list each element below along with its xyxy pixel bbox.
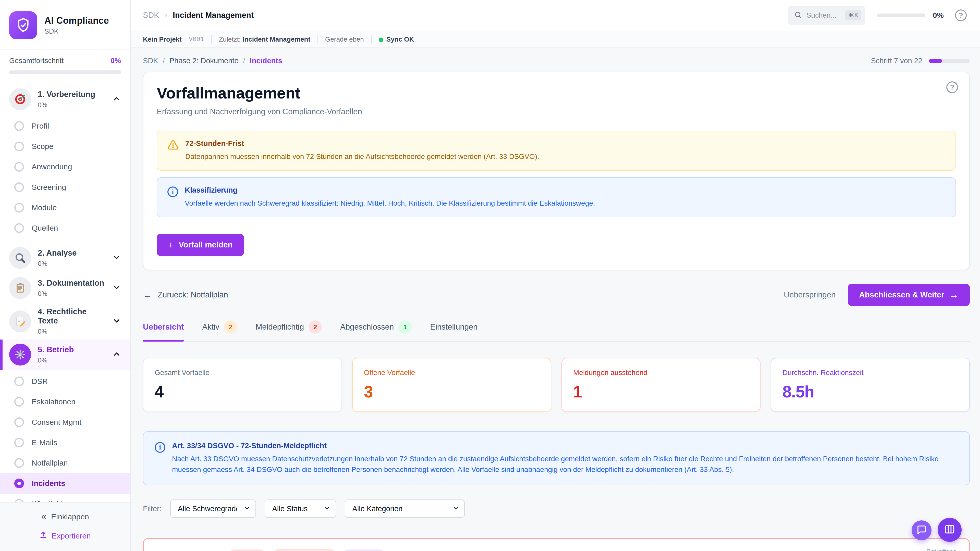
panel-help-icon[interactable]: ? <box>946 81 958 93</box>
sidebar-item-eskalationen[interactable]: Eskalationen <box>0 392 130 412</box>
sidebar-item-screening[interactable]: Screening <box>0 177 130 197</box>
stat-cards: Gesamt Vorfaelle 4 Offene Vorfaelle 3 Me… <box>143 358 970 412</box>
incident-card[interactable]: INC-2026-000003 Kritisch Ransomware Geme… <box>143 538 970 551</box>
incident-metric: Betroffene 2.500 15.2.2026 <box>925 548 957 551</box>
stat-card-total: Gesamt Vorfaelle 4 <box>143 358 342 412</box>
sidebar-item-quellen[interactable]: Quellen <box>0 218 130 238</box>
overall-progress-value: 0% <box>111 57 121 65</box>
section-label: 1. Vorbereitung <box>38 90 106 99</box>
back-link[interactable]: ← Zurueck: Notfallplan <box>143 290 228 300</box>
tab-meldepflichtig[interactable]: Meldepflichtig2 <box>256 321 322 341</box>
sidebar-item-consent-mgmt[interactable]: Consent Mgmt <box>0 412 130 432</box>
app-title: AI Compliance <box>45 15 109 26</box>
columns-fab-button[interactable] <box>938 518 962 542</box>
section-vorbereitung-items: Profil Scope Anwendung Screening Module … <box>0 114 130 243</box>
complete-next-button[interactable]: Abschliessen & Weiter → <box>848 284 970 306</box>
radio-icon <box>14 183 24 192</box>
tab-uebersicht[interactable]: Uebersicht <box>143 321 184 341</box>
overall-progress: Gesamtfortschritt 0% <box>0 49 130 82</box>
sidebar-item-profil[interactable]: Profil <box>0 116 130 136</box>
upload-icon <box>39 531 48 541</box>
filter-label: Filter: <box>143 505 162 513</box>
classification-info-banner: i Klassifizierung Vorfaelle werden nach … <box>157 177 956 218</box>
status-filter[interactable]: Alle Status <box>265 499 336 518</box>
step-progress-track <box>929 59 970 63</box>
search-icon <box>794 11 802 20</box>
tab-aktiv[interactable]: Aktiv2 <box>202 321 237 341</box>
severity-filter[interactable]: Alle Schweregrade <box>170 499 256 518</box>
columns-icon <box>944 524 956 536</box>
divider <box>371 35 372 44</box>
sidebar-item-emails[interactable]: E-Mails <box>0 432 130 453</box>
tab-bar: Uebersicht Aktiv2 Meldepflichtig2 Abgesc… <box>143 321 970 341</box>
last-step: Zuletzt: Incident Management <box>219 35 310 43</box>
sidebar-section-betrieb[interactable]: 5. Betrieb 0% <box>0 340 130 370</box>
sidebar-item-module[interactable]: Module <box>0 197 130 218</box>
tab-einstellungen[interactable]: Einstellungen <box>430 321 477 341</box>
sidebar-item-incidents[interactable]: Incidents <box>0 473 130 494</box>
tab-abgeschlossen[interactable]: Abgeschlossen1 <box>340 321 412 341</box>
radio-icon <box>14 397 24 407</box>
breadcrumb-phase[interactable]: Phase 2: Dokumente <box>169 57 239 65</box>
report-incident-button[interactable]: + Vorfall melden <box>157 233 244 256</box>
radio-icon <box>14 376 24 386</box>
sidebar: AI Compliance SDK Gesamtfortschritt 0% 1… <box>0 0 130 551</box>
category-badge: Ransomware <box>272 549 336 551</box>
radio-icon <box>14 438 24 448</box>
double-chevron-left-icon: « <box>41 511 46 522</box>
sidebar-section-analyse[interactable]: 2. Analyse 0% <box>0 243 130 273</box>
sidebar-section-dokumentation[interactable]: 3. Dokumentation 0% <box>0 273 130 303</box>
sidebar-section-rechtliche-texte[interactable]: 4. Rechtliche Texte 0% <box>0 303 130 340</box>
breadcrumb-root[interactable]: SDK <box>143 11 159 20</box>
page-title: Vorfallmanagement <box>157 84 956 102</box>
radio-icon <box>14 458 24 468</box>
chevron-up-icon <box>112 94 121 104</box>
sidebar-item-anwendung[interactable]: Anwendung <box>0 157 130 177</box>
step-label: Schritt 7 von 22 <box>871 57 923 65</box>
app-root: AI Compliance SDK Gesamtfortschritt 0% 1… <box>0 0 980 551</box>
chevron-down-icon <box>112 253 121 263</box>
chevron-up-icon <box>112 350 121 359</box>
sidebar-section-vorbereitung[interactable]: 1. Vorbereitung 0% <box>0 84 130 114</box>
radio-icon <box>14 203 24 213</box>
dsgvo-note-title: Art. 33/34 DSGVO - 72-Stunden-Meldepflic… <box>172 441 958 450</box>
clipboard-icon <box>9 277 31 299</box>
help-icon[interactable]: ? <box>955 10 967 21</box>
target-icon <box>9 88 31 110</box>
project-name: Kein Projekt <box>143 35 182 43</box>
gear-icon <box>9 344 31 365</box>
content-area: SDK / Phase 2: Dokumente / Incidents Sch… <box>130 48 980 551</box>
skip-button[interactable]: Ueberspringen <box>784 290 835 300</box>
sidebar-item-dsr[interactable]: DSR <box>0 371 130 392</box>
info-icon: i <box>155 442 165 453</box>
breadcrumb-sdk[interactable]: SDK <box>143 57 158 65</box>
last-saved-time: Gerade eben <box>325 35 364 43</box>
sidebar-item-scope[interactable]: Scope <box>0 136 130 157</box>
radio-icon <box>14 162 24 171</box>
stat-card-pending-reports: Meldungen ausstehend 1 <box>562 358 760 412</box>
search-placeholder: Suchen... <box>807 11 840 19</box>
sidebar-footer: « Einklappen Exportieren <box>0 502 130 551</box>
radio-icon <box>14 121 24 131</box>
keyboard-shortcut-badge: ⌘K <box>845 10 861 21</box>
tab-badge: 2 <box>224 321 237 333</box>
warning-triangle-icon <box>167 139 179 151</box>
warning-text: Datenpannen muessen innerhalb von 72 Stu… <box>185 151 539 162</box>
sidebar-item-whistleblower[interactable]: Whistleblower <box>0 494 130 502</box>
collapse-sidebar-button[interactable]: « Einklappen <box>41 511 89 522</box>
chat-fab-button[interactable] <box>912 520 932 540</box>
divider <box>211 35 212 44</box>
info-icon: i <box>167 186 178 197</box>
header-progress-value: 0% <box>933 11 944 20</box>
stat-card-open: Offene Vorfaelle 3 <box>352 358 551 412</box>
category-filter[interactable]: Alle Kategorien <box>345 499 465 518</box>
chevron-right-icon: › <box>165 11 167 19</box>
section-percent: 0% <box>38 101 106 109</box>
status-badge: Gemeldet <box>342 549 386 551</box>
tab-badge: 2 <box>309 321 322 333</box>
search-input[interactable]: Suchen... ⌘K <box>788 6 865 25</box>
export-button[interactable]: Exportieren <box>0 531 130 541</box>
info-text: Vorfaelle werden nach Schweregrad klassi… <box>185 198 595 209</box>
filter-row: Filter: Alle Schweregrade Alle Status Al… <box>143 499 970 518</box>
sidebar-item-notfallplan[interactable]: Notfallplan <box>0 453 130 473</box>
